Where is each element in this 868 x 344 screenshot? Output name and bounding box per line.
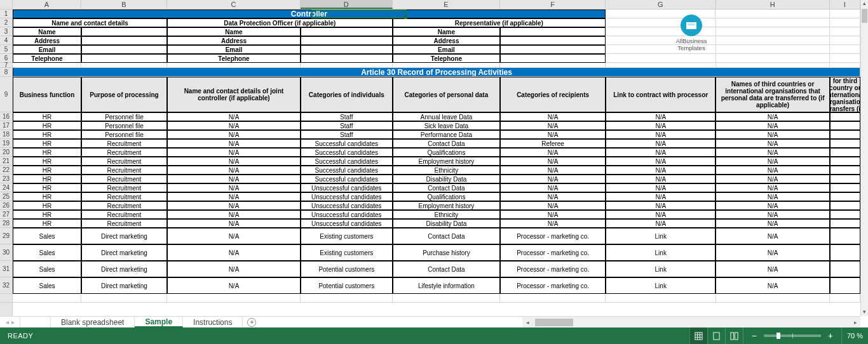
table-cell-r4-c6[interactable]: N/A (606, 148, 715, 157)
column-header-C[interactable]: C (167, 0, 301, 9)
scroll-left-arrow[interactable]: ◂ (522, 317, 532, 328)
zoom-in-button[interactable]: + (825, 331, 836, 341)
controller-title[interactable]: Controller (13, 10, 606, 18)
table-cell-r8-c0[interactable]: HR (13, 183, 81, 192)
contact-f-2[interactable] (500, 45, 606, 54)
table-cell-r8-c1[interactable]: Recruitment (81, 183, 167, 192)
table-cell-r5-c8[interactable] (830, 157, 860, 166)
cell-blank-4[interactable] (393, 294, 501, 303)
zoom-percent[interactable]: 70 % (841, 327, 868, 344)
table-cell-r0-c6[interactable]: N/A (606, 112, 715, 121)
column-header-E[interactable]: E (393, 0, 501, 9)
contact-e-3[interactable]: Telephone (393, 54, 501, 63)
article-title[interactable]: Article 30 Record of Processing Activiti… (13, 68, 860, 77)
cell-F7[interactable] (500, 63, 606, 68)
row-header-32[interactable]: 32 (0, 277, 12, 294)
table-cell-r12-c5[interactable]: N/A (500, 219, 606, 228)
contact-hdr-2[interactable]: Representative (if applicable) (393, 18, 606, 27)
table-cell-r15-c3[interactable]: Potential customers (301, 261, 393, 277)
column-header-A[interactable]: A (13, 0, 81, 9)
zoom-out-button[interactable]: − (749, 331, 760, 341)
sheet-tab-sample[interactable]: Sample (135, 317, 183, 327)
table-cell-r7-c2[interactable]: N/A (167, 175, 301, 183)
contact-f-3[interactable] (500, 54, 606, 63)
table-cell-r13-c6[interactable]: Link (606, 228, 715, 244)
table-cell-r6-c0[interactable]: HR (13, 166, 81, 175)
view-page-layout-button[interactable] (707, 327, 725, 344)
table-cell-r2-c1[interactable]: Personnel file (81, 130, 167, 139)
table-cell-r3-c5[interactable]: Referee (500, 139, 606, 148)
cell-blank-7[interactable] (716, 294, 830, 303)
table-cell-r1-c1[interactable]: Personnel file (81, 121, 167, 130)
table-cell-r16-c8[interactable] (830, 277, 860, 294)
table-cell-r2-c3[interactable]: Staff (301, 130, 393, 139)
table-cell-r8-c6[interactable]: N/A (606, 183, 715, 192)
table-header-0[interactable]: Business function (13, 77, 81, 112)
table-cell-r13-c3[interactable]: Existing customers (301, 228, 393, 244)
table-header-7[interactable]: Names of third countries or internationa… (715, 77, 829, 112)
cell-blank-3[interactable] (301, 294, 393, 303)
row-header-27[interactable]: 27 (0, 210, 12, 219)
cell-i4[interactable] (830, 36, 860, 45)
cell-i5[interactable] (830, 45, 860, 54)
table-cell-r2-c4[interactable]: Performance Data (393, 130, 501, 139)
table-cell-r14-c5[interactable]: Processor - marketing co. (500, 244, 606, 261)
table-cell-r7-c0[interactable]: HR (13, 175, 81, 183)
view-page-break-button[interactable] (725, 327, 743, 344)
table-cell-r9-c7[interactable]: N/A (715, 192, 829, 201)
table-cell-r6-c5[interactable]: N/A (500, 166, 606, 175)
table-cell-r6-c7[interactable]: N/A (715, 166, 829, 175)
table-cell-r14-c1[interactable]: Direct marketing (81, 244, 167, 261)
contact-c-1[interactable]: Address (167, 36, 301, 45)
table-cell-r10-c0[interactable]: HR (13, 201, 81, 210)
column-header-G[interactable]: G (606, 0, 715, 9)
contact-f-1[interactable] (500, 36, 606, 45)
table-cell-r10-c1[interactable]: Recruitment (81, 201, 167, 210)
table-cell-r9-c1[interactable]: Recruitment (81, 192, 167, 201)
contact-b-0[interactable] (81, 27, 167, 36)
table-cell-r6-c8[interactable] (830, 166, 860, 175)
table-cell-r2-c2[interactable]: N/A (167, 130, 301, 139)
contact-a-3[interactable]: Telephone (13, 54, 81, 63)
table-cell-r5-c3[interactable]: Successful candidates (301, 157, 393, 166)
table-cell-r2-c0[interactable]: HR (13, 130, 81, 139)
add-sheet-button[interactable]: + (243, 317, 261, 327)
contact-hdr-0[interactable]: Name and contact details (13, 18, 167, 27)
table-header-6[interactable]: Link to contract with processor (606, 77, 715, 112)
table-cell-r11-c8[interactable] (830, 210, 860, 219)
table-cell-r4-c8[interactable] (830, 148, 860, 157)
table-cell-r13-c2[interactable]: N/A (167, 228, 301, 244)
table-cell-r5-c5[interactable]: N/A (500, 157, 606, 166)
table-cell-r5-c2[interactable]: N/A (167, 157, 301, 166)
table-cell-r16-c5[interactable]: Processor - marketing co. (500, 277, 606, 294)
row-header-7[interactable]: 7 (0, 63, 12, 68)
table-header-8[interactable]: Safeguards for third country or internat… (830, 77, 860, 112)
table-cell-r12-c7[interactable]: N/A (715, 219, 829, 228)
table-cell-r4-c7[interactable]: N/A (715, 148, 829, 157)
table-cell-r14-c8[interactable] (830, 244, 860, 261)
column-header-H[interactable]: H (716, 0, 830, 9)
table-cell-r7-c1[interactable]: Recruitment (81, 175, 167, 183)
table-cell-r7-c5[interactable]: N/A (500, 175, 606, 183)
table-cell-r10-c2[interactable]: N/A (167, 201, 301, 210)
table-cell-r0-c7[interactable]: N/A (715, 112, 829, 121)
table-cell-r14-c4[interactable]: Purchase history (393, 244, 501, 261)
row-header-19[interactable]: 19 (0, 139, 12, 148)
table-cell-r3-c3[interactable]: Successful candidates (301, 139, 393, 148)
table-cell-r13-c1[interactable]: Direct marketing (81, 228, 167, 244)
contact-a-0[interactable]: Name (13, 27, 81, 36)
table-cell-r12-c2[interactable]: N/A (167, 219, 301, 228)
table-cell-r16-c0[interactable]: Sales (13, 277, 81, 294)
table-cell-r1-c6[interactable]: N/A (606, 121, 715, 130)
table-cell-r5-c1[interactable]: Recruitment (81, 157, 167, 166)
table-cell-r5-c0[interactable]: HR (13, 157, 81, 166)
table-cell-r12-c1[interactable]: Recruitment (81, 219, 167, 228)
table-cell-r7-c3[interactable]: Successful candidates (301, 175, 393, 183)
table-cell-r12-c4[interactable]: Disability Data (393, 219, 501, 228)
scroll-up-arrow[interactable]: ▴ (861, 0, 868, 8)
row-header-29[interactable]: 29 (0, 228, 12, 244)
table-cell-r15-c5[interactable]: Processor - marketing co. (500, 261, 606, 277)
table-cell-r1-c8[interactable] (830, 121, 860, 130)
row-header-16[interactable]: 16 (0, 112, 12, 121)
table-cell-r1-c0[interactable]: HR (13, 121, 81, 130)
